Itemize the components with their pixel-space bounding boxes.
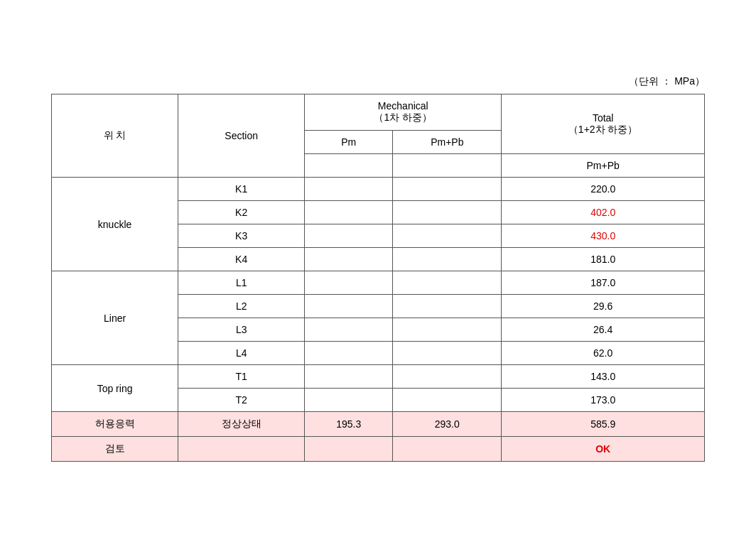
cell-pm	[305, 365, 393, 389]
page-container: （단위 ： MPa） 위 치 Section Mechanical （1차 하중…	[37, 61, 719, 476]
cell-total: 62.0	[502, 342, 705, 365]
cell-pm	[305, 295, 393, 318]
col-pm-empty	[305, 154, 393, 178]
cell-pm	[305, 224, 393, 248]
cell-total: 187.0	[502, 271, 705, 295]
col-pm-pb-total: Pm+Pb	[502, 154, 705, 178]
cell-group: Top ring	[52, 365, 178, 412]
cell-review-pm-pb	[393, 437, 502, 462]
cell-allowable-pm-pb: 293.0	[393, 412, 502, 437]
col-pm-pb-mech: Pm+Pb	[393, 131, 502, 154]
cell-section: K4	[178, 248, 305, 271]
table-row: Top ringT1143.0	[52, 365, 705, 389]
cell-pm-pb-mech	[393, 342, 502, 365]
cell-section: K1	[178, 178, 305, 201]
footer-allowable-row: 허용응력정상상태195.3293.0585.9	[52, 412, 705, 437]
cell-pm	[305, 271, 393, 295]
col-mechanical: Mechanical （1차 하중）	[305, 94, 502, 131]
cell-section: T2	[178, 389, 305, 412]
cell-pm-pb-mech	[393, 389, 502, 412]
cell-review-total: OK	[502, 437, 705, 462]
cell-total: 402.0	[502, 201, 705, 224]
cell-section: L4	[178, 342, 305, 365]
cell-pm-pb-mech	[393, 318, 502, 342]
cell-total: 173.0	[502, 389, 705, 412]
cell-total: 181.0	[502, 248, 705, 271]
cell-pm	[305, 342, 393, 365]
table-row: LinerL1187.0	[52, 271, 705, 295]
cell-pm	[305, 178, 393, 201]
cell-review-label: 검토	[52, 437, 178, 462]
cell-allowable-pm: 195.3	[305, 412, 393, 437]
cell-pm-pb-mech	[393, 271, 502, 295]
cell-allowable-total: 585.9	[502, 412, 705, 437]
cell-pm	[305, 318, 393, 342]
col-location: 위 치	[52, 94, 178, 178]
col-section: Section	[178, 94, 305, 178]
unit-label: （단위 ： MPa）	[51, 75, 705, 88]
cell-pm	[305, 389, 393, 412]
cell-pm-pb-mech	[393, 365, 502, 389]
col-total: Total （1+2차 하중）	[502, 94, 705, 154]
cell-pm-pb-mech	[393, 248, 502, 271]
cell-total: 26.4	[502, 318, 705, 342]
cell-review-pm	[305, 437, 393, 462]
cell-allowable-label: 허용응력	[52, 412, 178, 437]
cell-section: K3	[178, 224, 305, 248]
cell-section: L3	[178, 318, 305, 342]
cell-pm-pb-mech	[393, 224, 502, 248]
cell-group: knuckle	[52, 178, 178, 271]
stress-table: 위 치 Section Mechanical （1차 하중） Total （1+…	[51, 94, 705, 462]
cell-pm	[305, 248, 393, 271]
footer-review-row: 검토OK	[52, 437, 705, 462]
cell-section: K2	[178, 201, 305, 224]
cell-review-section	[178, 437, 305, 462]
cell-total: 29.6	[502, 295, 705, 318]
cell-section: L2	[178, 295, 305, 318]
cell-total: 220.0	[502, 178, 705, 201]
cell-total: 430.0	[502, 224, 705, 248]
cell-pm-pb-mech	[393, 178, 502, 201]
header-row-1: 위 치 Section Mechanical （1차 하중） Total （1+…	[52, 94, 705, 131]
cell-section: T1	[178, 365, 305, 389]
cell-allowable-section: 정상상태	[178, 412, 305, 437]
col-pm-pb-mech-empty	[393, 154, 502, 178]
table-row: knuckleK1220.0	[52, 178, 705, 201]
cell-group: Liner	[52, 271, 178, 365]
cell-section: L1	[178, 271, 305, 295]
cell-pm-pb-mech	[393, 295, 502, 318]
cell-pm	[305, 201, 393, 224]
cell-total: 143.0	[502, 365, 705, 389]
col-pm: Pm	[305, 131, 393, 154]
cell-pm-pb-mech	[393, 201, 502, 224]
